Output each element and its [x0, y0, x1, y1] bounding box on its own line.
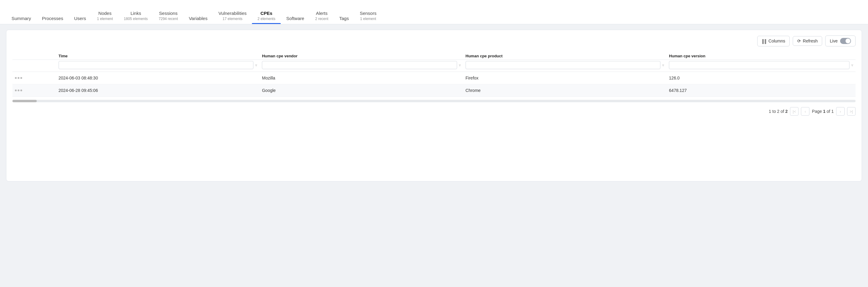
filter-vendor-input[interactable]: [262, 61, 457, 69]
nav-label: Summary: [11, 16, 31, 21]
filter-version-icon: ▿: [851, 63, 853, 67]
nav-sub-label: 1 element: [97, 17, 113, 21]
refresh-button[interactable]: ⟳ Refresh: [793, 36, 822, 46]
filter-vendor-icon: ▿: [459, 63, 461, 67]
row-actions[interactable]: [15, 77, 54, 79]
nav-item-summary[interactable]: Summary: [6, 16, 36, 24]
pagination-range: 1 to 2 of 2: [769, 109, 787, 114]
card-toolbar: ‖‖ Columns ⟳ Refresh Live: [12, 35, 856, 46]
scrollbar-thumb: [12, 100, 37, 102]
nav-item-cpes[interactable]: CPEs2 elements: [252, 11, 281, 24]
row-product: Chrome: [463, 84, 667, 97]
cpes-table: Time Human cpe vendor Human cpe product …: [12, 51, 856, 97]
table-row[interactable]: 2024-06-03 08:48:30MozillaFirefox126.0: [12, 72, 856, 84]
filter-version-input[interactable]: [669, 61, 849, 69]
filter-vendor-cell: ▿: [259, 60, 463, 72]
pagination-bar: 1 to 2 of 2 |< ‹ Page 1 of 1 › >|: [12, 102, 856, 116]
nav-item-sessions[interactable]: Sessions7294 recent: [153, 11, 183, 24]
nav-item-alerts[interactable]: Alerts2 recent: [310, 11, 334, 24]
nav-item-links[interactable]: Links1805 elements: [118, 11, 153, 24]
col-header-actions: [12, 51, 56, 60]
live-toggle-container: Live: [825, 35, 856, 46]
live-label: Live: [830, 38, 838, 43]
nav-label: Sessions: [159, 11, 178, 16]
filter-version-cell: ▿: [666, 60, 856, 72]
filter-time-input[interactable]: [59, 61, 254, 69]
filter-time-cell: ▿: [56, 60, 260, 72]
row-time: 2024-06-28 09:45:06: [56, 84, 260, 97]
pagination-next-button[interactable]: ›: [836, 107, 845, 116]
nav-label: Nodes: [98, 11, 112, 16]
pagination-page-label: Page 1 of 1: [812, 109, 834, 114]
nav-sub-label: 1805 elements: [124, 17, 148, 21]
top-navigation: SummaryProcessesUsersNodes1 elementLinks…: [0, 0, 868, 24]
nav-label: Software: [286, 16, 304, 21]
filter-actions-cell: [12, 60, 56, 72]
nav-item-variables[interactable]: Variables: [183, 16, 213, 24]
col-header-product: Human cpe product: [463, 51, 667, 60]
row-actions[interactable]: [15, 90, 54, 91]
nav-label: Tags: [339, 16, 349, 21]
table-wrapper: Time Human cpe vendor Human cpe product …: [12, 51, 856, 97]
nav-sub-label: 1 element: [360, 17, 376, 21]
live-toggle[interactable]: [840, 38, 851, 44]
nav-item-sensors[interactable]: Sensors1 element: [354, 11, 382, 24]
nav-sub-label: 2 elements: [257, 17, 275, 21]
col-header-time: Time: [56, 51, 260, 60]
nav-item-tags[interactable]: Tags: [334, 16, 354, 24]
nav-label: CPEs: [260, 11, 272, 16]
nav-label: Links: [130, 11, 141, 16]
nav-label: Processes: [42, 16, 63, 21]
col-header-vendor: Human cpe vendor: [259, 51, 463, 60]
row-actions-cell: [12, 72, 56, 84]
filter-time-icon: ▿: [255, 63, 257, 67]
nav-sub-label: 17 elements: [222, 17, 242, 21]
columns-label: Columns: [769, 38, 785, 43]
nav-item-software[interactable]: Software: [281, 16, 310, 24]
nav-sub-label: 2 recent: [315, 17, 328, 21]
nav-label: Users: [74, 16, 86, 21]
table-header-row: Time Human cpe vendor Human cpe product …: [12, 51, 856, 60]
pagination-last-button[interactable]: >|: [847, 107, 856, 116]
main-card: ‖‖ Columns ⟳ Refresh Live Time: [6, 30, 862, 182]
col-header-version: Human cpe version: [666, 51, 856, 60]
horizontal-scrollbar[interactable]: [12, 100, 856, 102]
nav-item-processes[interactable]: Processes: [36, 16, 69, 24]
nav-label: Vulnerabilities: [219, 11, 247, 16]
columns-icon: ‖‖: [762, 38, 767, 44]
refresh-icon: ⟳: [797, 38, 801, 43]
columns-button[interactable]: ‖‖ Columns: [757, 36, 790, 46]
row-version: 126.0: [666, 72, 856, 84]
pagination-prev-button[interactable]: ‹: [801, 107, 809, 116]
row-version: 6478.127: [666, 84, 856, 97]
nav-label: Sensors: [360, 11, 376, 16]
filter-product-icon: ▿: [662, 63, 664, 67]
filter-product-input[interactable]: [466, 61, 661, 69]
nav-label: Variables: [189, 16, 207, 21]
filter-product-cell: ▿: [463, 60, 667, 72]
nav-label: Alerts: [316, 11, 328, 16]
nav-sub-label: 7294 recent: [159, 17, 178, 21]
row-vendor: Mozilla: [259, 72, 463, 84]
table-row[interactable]: 2024-06-28 09:45:06GoogleChrome6478.127: [12, 84, 856, 97]
row-vendor: Google: [259, 84, 463, 97]
nav-item-users[interactable]: Users: [69, 16, 91, 24]
row-actions-cell: [12, 84, 56, 97]
nav-item-vulnerabilities[interactable]: Vulnerabilities17 elements: [213, 11, 252, 24]
pagination-first-button[interactable]: |<: [790, 107, 799, 116]
row-time: 2024-06-03 08:48:30: [56, 72, 260, 84]
row-product: Firefox: [463, 72, 667, 84]
filter-row: ▿ ▿ ▿: [12, 60, 856, 72]
nav-item-nodes[interactable]: Nodes1 element: [91, 11, 118, 24]
refresh-label: Refresh: [803, 38, 817, 43]
